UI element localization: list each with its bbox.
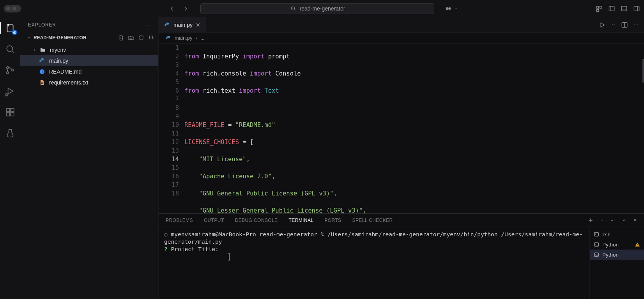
new-file-icon[interactable] xyxy=(118,35,124,41)
tab-main-py[interactable]: main.py ✕ xyxy=(159,17,206,32)
svg-point-1 xyxy=(446,7,448,10)
run-dropdown-icon[interactable] xyxy=(611,23,616,27)
breadcrumb[interactable]: main.py › ... xyxy=(159,33,644,44)
nav-back-icon[interactable] xyxy=(168,5,175,12)
window-controls[interactable] xyxy=(4,5,21,12)
window-dot xyxy=(12,7,16,11)
python-file-icon xyxy=(39,58,46,64)
activity-search-icon[interactable] xyxy=(5,44,16,55)
search-icon xyxy=(290,5,297,12)
svg-point-14 xyxy=(5,93,8,96)
project-header[interactable]: READ-ME-GENERATOR xyxy=(20,33,158,43)
session-label: Python xyxy=(602,242,619,248)
panel-tabs: PROBLEMS OUTPUT DEBUG CONSOLE TERMINAL P… xyxy=(159,214,644,227)
terminal-icon xyxy=(594,232,599,237)
terminal-question-mark: ? xyxy=(164,246,168,252)
svg-rect-3 xyxy=(596,6,598,8)
tree-label: main.py xyxy=(49,58,68,64)
session-label: Python xyxy=(602,252,619,258)
sidebar-more-icon[interactable]: ··· xyxy=(146,22,150,28)
svg-rect-17 xyxy=(11,113,14,116)
tab-close-icon[interactable]: ✕ xyxy=(196,22,200,28)
svg-rect-26 xyxy=(594,232,599,236)
code-editor[interactable]: 123456789101112131415161718 from Inquire… xyxy=(159,44,644,213)
activity-extensions-icon[interactable] xyxy=(5,107,16,118)
breadcrumb-rest: ... xyxy=(200,35,205,41)
terminal-session-zsh[interactable]: zsh xyxy=(590,229,644,239)
svg-rect-7 xyxy=(621,6,627,11)
split-editor-icon[interactable] xyxy=(621,21,628,28)
tree-file-requirements[interactable]: requirements.txt xyxy=(20,77,158,88)
minimap-scrollbar[interactable] xyxy=(642,59,644,83)
window-dot xyxy=(6,7,10,11)
code-content: from InquirerPy import prompt from rich.… xyxy=(184,44,611,213)
svg-point-11 xyxy=(7,67,9,69)
run-button-icon[interactable] xyxy=(599,21,606,28)
svg-point-0 xyxy=(291,7,294,10)
session-label: zsh xyxy=(602,232,610,237)
collapse-all-icon[interactable] xyxy=(148,35,154,41)
new-folder-icon[interactable] xyxy=(128,35,134,41)
layout-customize-icon[interactable] xyxy=(596,5,603,12)
svg-rect-28 xyxy=(637,244,637,245)
maximize-panel-icon[interactable] xyxy=(621,218,627,223)
panel-tab-ports[interactable]: PORTS xyxy=(324,218,341,223)
svg-rect-4 xyxy=(600,6,602,8)
panel-tab-terminal[interactable]: TERMINAL xyxy=(289,218,314,223)
tree-file-readme[interactable]: README.md xyxy=(20,66,158,77)
activity-source-control-icon[interactable] xyxy=(5,65,16,76)
file-tree: myenv main.py README.md requirements.txt xyxy=(20,43,158,90)
terminal-question-text: Project Title: xyxy=(168,246,219,252)
terminal-sessions: zsh Python Python xyxy=(589,227,644,299)
editor-more-icon[interactable]: ··· xyxy=(633,21,639,28)
python-file-icon xyxy=(166,35,172,41)
nav-forward-icon[interactable] xyxy=(182,5,189,12)
breadcrumb-file: main.py xyxy=(175,35,193,41)
svg-rect-18 xyxy=(11,108,14,112)
panel-tab-problems[interactable]: PROBLEMS xyxy=(166,218,193,223)
panel-tab-debug-console[interactable]: DEBUG CONSOLE xyxy=(235,218,278,223)
terminal-icon xyxy=(594,252,599,257)
activity-testing-icon[interactable] xyxy=(5,128,16,139)
editor-tabs: main.py ✕ ··· xyxy=(159,17,644,33)
tree-label: myenv xyxy=(50,47,66,53)
toggle-panel-icon[interactable] xyxy=(621,5,628,12)
svg-point-12 xyxy=(7,72,9,74)
refresh-icon[interactable] xyxy=(138,35,144,41)
svg-rect-8 xyxy=(634,6,639,11)
activity-explorer-icon[interactable] xyxy=(5,23,16,33)
command-center[interactable]: read-me-generator xyxy=(200,3,434,14)
close-panel-icon[interactable]: ✕ xyxy=(633,218,637,223)
list-file-icon xyxy=(39,79,46,86)
chevron-down-icon xyxy=(27,35,31,40)
svg-rect-19 xyxy=(149,36,152,39)
terminal-session-python-2[interactable]: Python xyxy=(590,250,644,260)
toggle-sidebar-left-icon[interactable] xyxy=(608,5,615,12)
svg-rect-29 xyxy=(637,246,637,246)
warning-icon xyxy=(635,242,640,247)
folder-icon xyxy=(40,47,47,53)
panel-tab-spell-checker[interactable]: SPELL CHECKER xyxy=(352,218,393,223)
tree-file-main-py[interactable]: main.py xyxy=(20,55,158,66)
activity-debug-icon[interactable] xyxy=(5,86,16,97)
info-file-icon xyxy=(39,69,46,75)
svg-rect-15 xyxy=(6,108,10,112)
svg-rect-22 xyxy=(42,71,42,73)
editor-area: main.py ✕ ··· main.py › ... 123456789101… xyxy=(159,17,644,299)
svg-point-24 xyxy=(166,23,166,23)
copilot-icon[interactable] xyxy=(444,5,458,12)
svg-point-10 xyxy=(7,46,12,51)
text-cursor-icon xyxy=(226,253,232,261)
toggle-sidebar-right-icon[interactable] xyxy=(633,5,640,12)
svg-point-2 xyxy=(448,7,451,10)
terminal-dropdown-icon[interactable] xyxy=(600,218,604,222)
new-terminal-icon[interactable] xyxy=(587,217,594,223)
panel-more-icon[interactable]: ··· xyxy=(610,218,615,223)
project-name: READ-ME-GENERATOR xyxy=(34,35,87,40)
terminal-session-python-1[interactable]: Python xyxy=(590,239,644,250)
tab-label: main.py xyxy=(173,22,193,28)
panel-tab-output[interactable]: OUTPUT xyxy=(204,218,224,223)
terminal-content[interactable]: ○ myenvsamirahm@MacBook-Pro read-me-gene… xyxy=(159,227,589,299)
svg-rect-30 xyxy=(594,253,599,256)
tree-folder-myenv[interactable]: myenv xyxy=(20,44,158,55)
